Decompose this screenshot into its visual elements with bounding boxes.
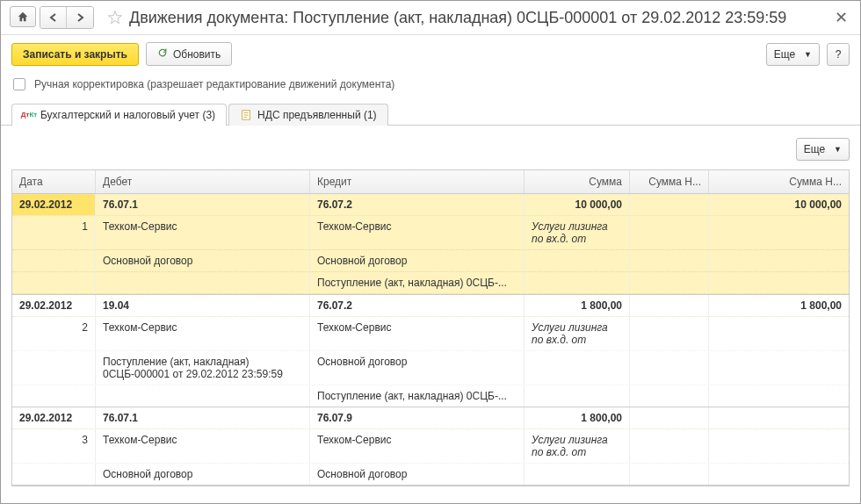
cell-index — [12, 250, 96, 271]
refresh-button[interactable]: Обновить — [146, 42, 232, 66]
cell-debit-line — [96, 272, 310, 293]
help-button[interactable]: ? — [827, 43, 850, 66]
chevron-down-icon: ▼ — [834, 145, 842, 154]
cell-debit-acc: 19.04 — [96, 295, 310, 316]
window: Движения документа: Поступление (акт, на… — [0, 0, 861, 504]
tab-accounting-label: Бухгалтерский и налоговый учет (3) — [40, 109, 215, 121]
cell-debit-line: Техком-Сервис — [96, 317, 310, 350]
chevron-down-icon: ▼ — [804, 50, 812, 59]
col-date[interactable]: Дата — [12, 170, 96, 193]
home-button[interactable] — [10, 6, 36, 27]
cell-date: 29.02.2012 — [12, 295, 96, 316]
toolbar: Записать и закрыть Обновить Еще ▼ ? — [1, 35, 860, 73]
col-sum[interactable]: Сумма — [525, 170, 630, 193]
cell-sumn2: 10 000,00 — [709, 194, 849, 215]
cell-credit-line: Поступление (акт, накладная) 0СЦБ-... — [310, 272, 525, 293]
cell-note: Услуги лизинга по вх.д. от — [525, 429, 630, 463]
cell-credit-line: Техком-Сервис — [310, 317, 525, 350]
cell-sumn1 — [630, 194, 709, 215]
close-button[interactable]: ✕ — [831, 8, 851, 27]
manual-edit-row: Ручная корректировка (разрешает редактир… — [1, 73, 860, 103]
cell-sum: 1 800,00 — [525, 407, 630, 428]
tab-content: Еще ▼ Дата Дебет Кредит Сумма Сумма Н...… — [1, 126, 860, 493]
nav-buttons — [10, 6, 94, 29]
titlebar: Движения документа: Поступление (акт, на… — [1, 1, 860, 35]
cell-note: Услуги лизинга по вх.д. от — [525, 216, 630, 249]
manual-edit-checkbox[interactable] — [13, 78, 25, 90]
cell-debit-acc: 76.07.1 — [96, 194, 310, 215]
cell-debit-line: Основной договор — [96, 250, 310, 271]
window-title: Движения документа: Поступление (акт, на… — [129, 9, 831, 27]
cell-credit-acc: 76.07.2 — [310, 194, 525, 215]
col-debit[interactable]: Дебет — [96, 170, 310, 193]
entries-table: Дата Дебет Кредит Сумма Сумма Н... Сумма… — [11, 169, 850, 486]
cell-debit-line: Техком-Сервис — [96, 429, 310, 463]
refresh-label: Обновить — [173, 48, 221, 61]
cell-debit-line: Техком-Сервис — [96, 216, 310, 249]
back-button[interactable] — [40, 7, 67, 28]
cell-note: Услуги лизинга по вх.д. от — [525, 317, 630, 350]
favorite-star-icon[interactable] — [106, 9, 124, 26]
table-entry[interactable]: 29.02.201219.0476.07.21 800,001 800,002Т… — [12, 295, 849, 407]
cell-sum: 10 000,00 — [525, 194, 630, 215]
cell-sumn2: 1 800,00 — [709, 295, 849, 316]
col-sumn2[interactable]: Сумма Н... — [709, 170, 849, 193]
save-close-button[interactable]: Записать и закрыть — [11, 43, 139, 66]
cell-index: 3 — [12, 429, 96, 463]
cell-index — [12, 464, 96, 485]
cell-debit-line: Поступление (акт, накладная) 0СЦБ-000001… — [96, 351, 310, 385]
col-credit[interactable]: Кредит — [310, 170, 525, 193]
cell-index — [12, 385, 96, 407]
table-header: Дата Дебет Кредит Сумма Сумма Н... Сумма… — [12, 170, 849, 194]
cell-credit-line: Основной договор — [310, 464, 525, 485]
dtkt-icon: ДтКт — [23, 109, 35, 121]
cell-index — [12, 272, 96, 293]
forward-button[interactable] — [67, 7, 93, 28]
cell-sum: 1 800,00 — [525, 295, 630, 316]
manual-edit-label: Ручная корректировка (разрешает редактир… — [34, 78, 394, 90]
cell-index: 2 — [12, 317, 96, 350]
cell-index: 1 — [12, 216, 96, 249]
cell-credit-line: Основной договор — [310, 351, 525, 385]
cell-credit-line: Основной договор — [310, 250, 525, 271]
cell-debit-acc: 76.07.1 — [96, 407, 310, 428]
document-icon — [240, 109, 252, 121]
cell-sumn1 — [630, 407, 709, 428]
cell-date: 29.02.2012 — [12, 407, 96, 428]
cell-sumn2 — [709, 407, 849, 428]
cell-debit-line — [96, 385, 310, 407]
tab-vat-label: НДС предъявленный (1) — [257, 109, 376, 121]
refresh-icon — [157, 47, 168, 61]
table-entry[interactable]: 29.02.201276.07.176.07.210 000,0010 000,… — [12, 194, 849, 295]
more-button[interactable]: Еще ▼ — [766, 43, 820, 66]
cell-credit-acc: 76.07.2 — [310, 295, 525, 316]
tabs: ДтКт Бухгалтерский и налоговый учет (3) … — [1, 103, 860, 126]
content-more-button[interactable]: Еще ▼ — [796, 138, 850, 161]
col-sumn1[interactable]: Сумма Н... — [630, 170, 709, 193]
tab-vat[interactable]: НДС предъявленный (1) — [228, 104, 387, 126]
table-body: 29.02.201276.07.176.07.210 000,0010 000,… — [12, 194, 849, 486]
tab-accounting[interactable]: ДтКт Бухгалтерский и налоговый учет (3) — [11, 104, 227, 126]
cell-index — [12, 351, 96, 385]
cell-date: 29.02.2012 — [12, 194, 96, 215]
cell-credit-line: Техком-Сервис — [310, 216, 525, 249]
table-entry[interactable]: 29.02.201276.07.176.07.91 800,003Техком-… — [12, 407, 849, 486]
cell-credit-line: Поступление (акт, накладная) 0СЦБ-... — [310, 385, 525, 407]
cell-credit-acc: 76.07.9 — [310, 407, 525, 428]
cell-debit-line: Основной договор — [96, 464, 310, 485]
cell-credit-line: Техком-Сервис — [310, 429, 525, 463]
cell-sumn1 — [630, 295, 709, 316]
